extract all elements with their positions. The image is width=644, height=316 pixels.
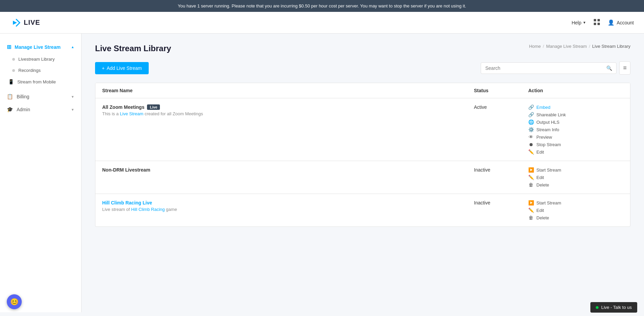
stream-status: Active <box>474 104 528 110</box>
action-start-stream-row2[interactable]: ▶️ Start Stream <box>528 200 623 205</box>
logo-icon <box>10 17 21 28</box>
action-preview-label: Preview <box>536 135 552 140</box>
stream-name: All Zoom Meetings Live <box>102 104 474 110</box>
chat-label-text: Live - Talk to us <box>601 305 632 310</box>
edit-icon: ✏️ <box>528 149 534 155</box>
logo-text: LIVE <box>24 19 40 26</box>
account-button[interactable]: 👤 Account <box>608 19 634 26</box>
main-content: Live Stream Library Home / Manage Live S… <box>81 34 644 312</box>
live-badge: Live <box>147 104 160 110</box>
action-delete-row1[interactable]: 🗑 Delete <box>528 182 623 187</box>
edit-icon: ✏️ <box>528 208 534 213</box>
admin-icon: 🎓 <box>7 106 13 113</box>
stream-name-text: Non-DRM Livestream <box>102 167 150 173</box>
chat-widget-button[interactable]: 😊 <box>7 294 22 309</box>
sidebar-item-livestream-library[interactable]: Livestream Library <box>0 54 81 65</box>
action-embed[interactable]: 🔗 Embed <box>528 104 623 110</box>
table-row: Non-DRM Livestream Inactive ▶️ Start Str… <box>95 161 630 194</box>
action-start-stream-row1[interactable]: ▶️ Start Stream <box>528 167 623 173</box>
gear-icon: ⚙️ <box>528 127 534 132</box>
sidebar-item-admin[interactable]: 🎓 Admin ▼ <box>0 103 81 116</box>
sidebar-dot-icon <box>12 58 15 61</box>
action-start-label-row2: Start Stream <box>536 200 561 205</box>
col-action: Action <box>528 88 623 93</box>
stream-status: Inactive <box>474 200 528 205</box>
action-embed-label: Embed <box>536 105 550 110</box>
stream-desc-link[interactable]: Live Stream <box>120 111 143 116</box>
svg-rect-1 <box>597 19 600 21</box>
action-shareable-link[interactable]: 🔗 Shareable Link <box>528 112 623 117</box>
chat-online-indicator <box>596 306 599 309</box>
action-preview[interactable]: 👁 Preview <box>528 134 623 140</box>
stream-name-cell: Non-DRM Livestream <box>102 167 474 173</box>
logo-area[interactable]: LIVE <box>10 17 40 28</box>
sidebar-sub-label-library: Livestream Library <box>18 57 55 62</box>
sidebar-chevron-up-icon: ▲ <box>71 45 74 49</box>
action-delete-label-row2: Delete <box>536 215 549 220</box>
edit-icon: ✏️ <box>528 175 534 180</box>
banner-text: You have 1 server running. Please note t… <box>178 3 466 8</box>
play-icon: ▶️ <box>528 167 534 173</box>
svg-rect-2 <box>594 23 596 25</box>
action-delete-row2[interactable]: 🗑 Delete <box>528 215 623 220</box>
filter-button[interactable]: ≡ <box>619 61 630 75</box>
billing-chevron-icon: ▼ <box>71 95 74 99</box>
layout: ⊞ Manage Live Stream ▲ Livestream Librar… <box>0 34 644 312</box>
breadcrumb-section[interactable]: Manage Live Stream <box>546 44 587 49</box>
add-livestream-button[interactable]: + Add Live Stream <box>95 62 149 74</box>
stream-name-cell: Hill Climb Racing Live Live stream of Hi… <box>102 200 474 212</box>
svg-rect-0 <box>594 19 596 21</box>
action-output-hls[interactable]: 🌐 Output HLS <box>528 119 623 125</box>
sidebar-sub-label-recordings: Recordings <box>18 68 41 73</box>
admin-chevron-icon: ▼ <box>71 108 74 112</box>
sidebar-main-label: Manage Live Stream <box>15 44 60 50</box>
stream-actions: 🔗 Embed 🔗 Shareable Link 🌐 Output HLS ⚙️… <box>528 104 623 155</box>
grid-apps-icon[interactable] <box>593 18 601 27</box>
stream-name-cell: All Zoom Meetings Live This is a Live St… <box>102 104 474 116</box>
stream-actions: ▶️ Start Stream ✏️ Edit 🗑 Delete <box>528 200 623 220</box>
chat-smiley-icon: 😊 <box>10 298 19 306</box>
add-label: Add Live Stream <box>107 65 142 71</box>
breadcrumb: Home / Manage Live Stream / Live Stream … <box>529 44 630 49</box>
search-icon-button[interactable]: 🔍 <box>606 65 612 71</box>
col-stream-name: Stream Name <box>102 88 474 93</box>
help-button[interactable]: Help ▼ <box>572 20 586 25</box>
action-delete-label-row1: Delete <box>536 182 549 187</box>
action-stream-info[interactable]: ⚙️ Stream Info <box>528 127 623 132</box>
page-title: Live Stream Library <box>95 44 171 53</box>
breadcrumb-home[interactable]: Home <box>529 44 541 49</box>
action-hls-label: Output HLS <box>536 120 559 125</box>
sidebar-item-recordings[interactable]: Recordings <box>0 65 81 76</box>
help-label: Help <box>572 20 582 25</box>
sidebar-item-stream-from-mobile[interactable]: 📱 Stream from Mobile <box>0 76 81 87</box>
svg-rect-3 <box>597 23 600 25</box>
toolbar: + Add Live Stream 🔍 ≡ <box>95 61 630 75</box>
page-header: Live Stream Library Home / Manage Live S… <box>95 44 630 53</box>
search-box: 🔍 <box>481 62 617 74</box>
header-right: Help ▼ 👤 Account <box>572 18 634 27</box>
sidebar-item-billing[interactable]: 📋 Billing ▼ <box>0 90 81 103</box>
action-edit-label-row1: Edit <box>536 175 544 180</box>
chat-label-button[interactable]: Live - Talk to us <box>590 302 637 312</box>
sidebar-mobile-label: Stream from Mobile <box>17 79 56 84</box>
action-edit-row0[interactable]: ✏️ Edit <box>528 149 623 155</box>
stream-actions: ▶️ Start Stream ✏️ Edit 🗑 Delete <box>528 167 623 187</box>
breadcrumb-sep2: / <box>589 44 590 49</box>
search-input[interactable] <box>485 65 606 71</box>
sidebar: ⊞ Manage Live Stream ▲ Livestream Librar… <box>0 34 81 312</box>
sidebar-billing-label: Billing <box>17 94 29 99</box>
header: LIVE Help ▼ 👤 Account <box>0 12 644 34</box>
action-stop-stream[interactable]: ⏺ Stop Stream <box>528 142 623 147</box>
filter-icon: ≡ <box>623 64 627 72</box>
action-edit-row1[interactable]: ✏️ Edit <box>528 175 623 180</box>
action-edit-row2[interactable]: ✏️ Edit <box>528 208 623 213</box>
action-start-label-row1: Start Stream <box>536 167 561 173</box>
stream-desc-link[interactable]: Hill Climb Racing <box>131 207 165 212</box>
account-user-icon: 👤 <box>608 19 614 26</box>
action-stop-label: Stop Stream <box>536 142 561 147</box>
stop-icon: ⏺ <box>528 142 534 147</box>
table-row: Hill Climb Racing Live Live stream of Hi… <box>95 194 630 226</box>
sidebar-item-manage-livestream[interactable]: ⊞ Manage Live Stream ▲ <box>0 40 81 54</box>
breadcrumb-sep1: / <box>543 44 544 49</box>
mobile-icon: 📱 <box>8 79 14 84</box>
